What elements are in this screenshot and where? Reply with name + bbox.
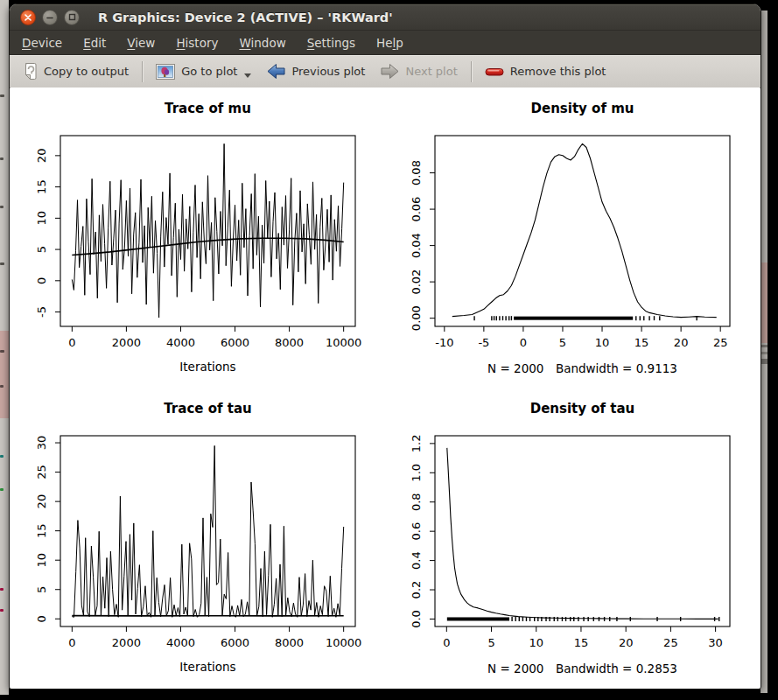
svg-text:25: 25 <box>663 636 678 649</box>
remove-this-plot-label: Remove this plot <box>510 65 606 78</box>
svg-text:0.08: 0.08 <box>410 160 423 186</box>
background-window-right-edge <box>760 10 767 693</box>
svg-text:20: 20 <box>35 494 48 509</box>
svg-text:5: 5 <box>487 636 494 649</box>
svg-text:0: 0 <box>443 636 450 649</box>
svg-text:10: 10 <box>35 553 48 568</box>
copy-to-output-icon <box>23 62 38 80</box>
svg-text:15: 15 <box>35 179 48 194</box>
plot-cell-trace-of-mu: Trace of mu0200040006000800010000-505101… <box>11 88 385 388</box>
copy-to-output-button[interactable]: Copy to output <box>15 59 137 84</box>
desktop-background: R Graphics: Device 2 (ACTIVE) – 'RKWard'… <box>0 0 778 700</box>
svg-text:1.2: 1.2 <box>410 435 423 453</box>
trace-of-tau-plot: Trace of tau0200040006000800010000051015… <box>11 388 385 688</box>
maximize-icon <box>68 13 76 21</box>
menu-view[interactable]: View <box>127 36 155 50</box>
svg-text:Trace of tau: Trace of tau <box>164 401 251 416</box>
svg-text:30: 30 <box>35 436 48 451</box>
menu-window[interactable]: Window <box>239 36 285 50</box>
minimize-button[interactable] <box>42 10 58 25</box>
svg-text:10000: 10000 <box>326 636 361 649</box>
svg-text:Density of tau: Density of tau <box>530 401 635 416</box>
toolbar-separator <box>471 61 472 82</box>
svg-text:Density of mu: Density of mu <box>531 101 634 116</box>
svg-text:Iterations: Iterations <box>179 360 235 374</box>
svg-text:10000: 10000 <box>326 336 361 349</box>
svg-text:20: 20 <box>674 336 689 349</box>
svg-text:N = 2000 Bandwidth = 0.2853: N = 2000 Bandwidth = 0.2853 <box>487 662 677 676</box>
dropdown-caret-icon <box>244 74 251 78</box>
toolbar-separator <box>142 61 143 82</box>
menu-help[interactable]: Help <box>376 36 403 50</box>
background-window-left-edge <box>0 0 9 695</box>
menu-history[interactable]: History <box>176 36 218 50</box>
close-button[interactable] <box>20 10 36 25</box>
svg-text:0: 0 <box>68 636 75 649</box>
maximize-button[interactable] <box>64 10 80 25</box>
minimize-icon <box>46 14 53 21</box>
plot-cell-density-of-mu: Density of mu-10-505101520250.000.020.04… <box>385 88 760 388</box>
svg-text:0.06: 0.06 <box>410 197 423 222</box>
svg-text:0.02: 0.02 <box>410 270 423 295</box>
previous-plot-button[interactable]: Previous plot <box>259 60 373 83</box>
svg-text:0.8: 0.8 <box>410 493 423 511</box>
svg-text:0.04: 0.04 <box>410 233 423 258</box>
svg-text:-5: -5 <box>478 336 489 349</box>
svg-text:0: 0 <box>35 615 48 622</box>
svg-text:0.00: 0.00 <box>410 305 423 331</box>
svg-text:8000: 8000 <box>275 636 304 649</box>
svg-text:Trace of mu: Trace of mu <box>165 101 251 116</box>
svg-text:8000: 8000 <box>275 336 304 349</box>
menubar: Device Edit View History Window Settings… <box>10 31 760 55</box>
svg-text:15: 15 <box>35 523 48 538</box>
go-to-plot-button[interactable]: Go to plot <box>148 60 259 83</box>
svg-text:20: 20 <box>35 149 48 164</box>
next-plot-label: Next plot <box>405 65 457 78</box>
svg-text:25: 25 <box>713 336 728 349</box>
plot-canvas: Trace of mu0200040006000800010000-505101… <box>11 88 760 688</box>
svg-text:2000: 2000 <box>112 336 141 349</box>
svg-text:4000: 4000 <box>166 636 195 649</box>
r-graphics-window: R Graphics: Device 2 (ACTIVE) – 'RKWard'… <box>9 4 761 690</box>
svg-text:5: 5 <box>559 336 566 349</box>
svg-text:15: 15 <box>634 336 649 349</box>
previous-plot-label: Previous plot <box>291 65 365 78</box>
svg-text:-10: -10 <box>435 336 453 349</box>
svg-text:5: 5 <box>35 246 48 253</box>
svg-text:15: 15 <box>574 636 589 649</box>
next-plot-button[interactable]: Next plot <box>373 60 465 83</box>
svg-text:30: 30 <box>708 636 723 649</box>
svg-text:6000: 6000 <box>221 336 249 349</box>
svg-text:0.0: 0.0 <box>410 610 423 628</box>
window-title: R Graphics: Device 2 (ACTIVE) – 'RKWard' <box>98 10 393 24</box>
svg-text:N = 2000 Bandwidth = 0.9113: N = 2000 Bandwidth = 0.9113 <box>487 361 677 375</box>
density-of-mu-plot: Density of mu-10-505101520250.000.020.04… <box>385 88 760 388</box>
svg-text:20: 20 <box>619 636 634 649</box>
svg-text:10: 10 <box>595 336 610 349</box>
svg-text:0.2: 0.2 <box>410 581 423 599</box>
plot-cell-density-of-tau: Density of tau0510152025300.00.20.40.60.… <box>385 388 760 688</box>
svg-text:0: 0 <box>520 336 527 349</box>
toolbar: Copy to output Go to plot <box>10 55 760 88</box>
svg-text:2000: 2000 <box>112 636 141 649</box>
trace-of-mu-plot: Trace of mu0200040006000800010000-505101… <box>11 88 385 388</box>
plot-cell-trace-of-tau: Trace of tau0200040006000800010000051015… <box>11 388 385 688</box>
titlebar: R Graphics: Device 2 (ACTIVE) – 'RKWard' <box>10 4 760 31</box>
go-to-plot-icon <box>156 64 175 80</box>
svg-text:1.0: 1.0 <box>410 464 423 482</box>
copy-to-output-label: Copy to output <box>44 65 129 78</box>
remove-this-plot-button[interactable]: Remove this plot <box>477 61 614 81</box>
svg-text:10: 10 <box>529 636 543 649</box>
svg-text:5: 5 <box>35 586 48 593</box>
density-of-tau-plot: Density of tau0510152025300.00.20.40.60.… <box>385 388 760 688</box>
close-icon <box>25 14 32 21</box>
go-to-plot-label: Go to plot <box>181 65 237 78</box>
svg-text:0.6: 0.6 <box>410 522 423 541</box>
svg-text:Iterations: Iterations <box>179 660 235 674</box>
menu-settings[interactable]: Settings <box>307 36 355 50</box>
previous-arrow-icon <box>267 63 285 80</box>
svg-text:10: 10 <box>35 211 48 226</box>
svg-text:0.4: 0.4 <box>410 551 423 570</box>
menu-device[interactable]: Device <box>22 36 62 50</box>
menu-edit[interactable]: Edit <box>83 36 106 50</box>
